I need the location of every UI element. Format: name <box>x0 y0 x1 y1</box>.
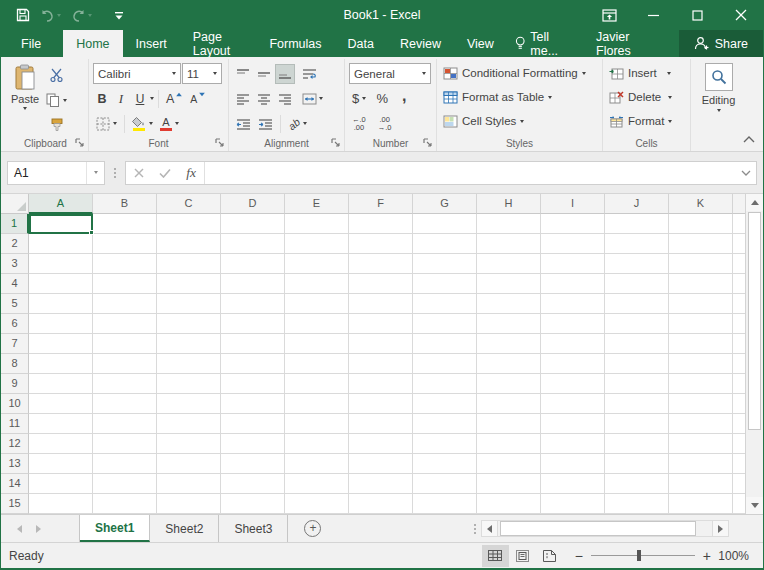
cell-H7[interactable] <box>477 334 541 354</box>
cell-G6[interactable] <box>413 314 477 334</box>
cell-I4[interactable] <box>541 274 605 294</box>
cell-I6[interactable] <box>541 314 605 334</box>
editing-button[interactable]: Editing <box>695 61 742 112</box>
fill-handle[interactable] <box>89 230 94 235</box>
cell-H14[interactable] <box>477 474 541 494</box>
name-box-dropdown[interactable] <box>86 162 104 184</box>
cell-styles-button[interactable]: Cell Styles <box>441 109 599 133</box>
format-as-table-button[interactable]: Format as Table <box>441 85 599 109</box>
cell-A7[interactable] <box>29 334 93 354</box>
paste-button[interactable]: Paste <box>7 61 43 135</box>
row-header-8[interactable]: 8 <box>1 354 29 374</box>
cell-C12[interactable] <box>157 434 221 454</box>
cell-C3[interactable] <box>157 254 221 274</box>
row-header-9[interactable]: 9 <box>1 374 29 394</box>
sheet-tab-sheet3[interactable]: Sheet3 <box>219 515 288 542</box>
tab-formulas[interactable]: Formulas <box>256 30 334 57</box>
cell-A8[interactable] <box>29 354 93 374</box>
cell-D10[interactable] <box>221 394 285 414</box>
insert-cells-button[interactable]: Insert <box>607 61 687 85</box>
cell-C6[interactable] <box>157 314 221 334</box>
row-header-14[interactable]: 14 <box>1 474 29 494</box>
cell-A3[interactable] <box>29 254 93 274</box>
cell-J7[interactable] <box>605 334 669 354</box>
font-color-button[interactable]: A <box>157 114 182 134</box>
cell-H15[interactable] <box>477 494 541 514</box>
cell-I12[interactable] <box>541 434 605 454</box>
row-header-15[interactable]: 15 <box>1 494 29 514</box>
cell-C5[interactable] <box>157 294 221 314</box>
decrease-indent-button[interactable] <box>233 114 254 134</box>
column-header-G[interactable]: G <box>413 194 477 214</box>
underline-button[interactable]: U <box>131 89 149 109</box>
cell-K15[interactable] <box>669 494 733 514</box>
sheet-tab-sheet2[interactable]: Sheet2 <box>150 515 219 542</box>
cell-F1[interactable] <box>349 214 413 234</box>
cell-A5[interactable] <box>29 294 93 314</box>
cell-I15[interactable] <box>541 494 605 514</box>
cut-button[interactable] <box>43 65 70 85</box>
vertical-scroll-thumb[interactable] <box>748 212 761 430</box>
cell-F14[interactable] <box>349 474 413 494</box>
cell-C14[interactable] <box>157 474 221 494</box>
cell-I11[interactable] <box>541 414 605 434</box>
row-header-12[interactable]: 12 <box>1 434 29 454</box>
scroll-down-button[interactable] <box>746 497 763 514</box>
cell-F13[interactable] <box>349 454 413 474</box>
row-header-3[interactable]: 3 <box>1 254 29 274</box>
cell-F12[interactable] <box>349 434 413 454</box>
top-align-button[interactable] <box>233 64 253 84</box>
cell-D14[interactable] <box>221 474 285 494</box>
undo-button[interactable] <box>37 7 64 24</box>
tab-view[interactable]: View <box>454 30 507 57</box>
cell-E7[interactable] <box>285 334 349 354</box>
cell-I3[interactable] <box>541 254 605 274</box>
customize-qat-button[interactable] <box>111 9 127 22</box>
select-all-button[interactable] <box>1 194 29 214</box>
font-dialog-launcher[interactable] <box>214 137 225 148</box>
format-painter-button[interactable] <box>43 115 70 135</box>
normal-view-button[interactable] <box>482 545 509 567</box>
cell-F11[interactable] <box>349 414 413 434</box>
cell-K1[interactable] <box>669 214 733 234</box>
cell-D7[interactable] <box>221 334 285 354</box>
cell-G14[interactable] <box>413 474 477 494</box>
cell-J8[interactable] <box>605 354 669 374</box>
cell-J14[interactable] <box>605 474 669 494</box>
cell-F6[interactable] <box>349 314 413 334</box>
cell-C15[interactable] <box>157 494 221 514</box>
cell-K13[interactable] <box>669 454 733 474</box>
font-size-select[interactable]: 11 <box>182 63 222 84</box>
cell-H4[interactable] <box>477 274 541 294</box>
accounting-format-button[interactable]: $ <box>349 89 369 109</box>
cell-E4[interactable] <box>285 274 349 294</box>
cell-F15[interactable] <box>349 494 413 514</box>
cell-A12[interactable] <box>29 434 93 454</box>
cell-G8[interactable] <box>413 354 477 374</box>
row-header-1[interactable]: 1 <box>1 214 29 234</box>
collapse-ribbon-button[interactable] <box>743 132 755 146</box>
zoom-out-button[interactable]: − <box>575 550 583 562</box>
formula-bar-drag-handle[interactable] <box>109 168 121 178</box>
cell-B9[interactable] <box>93 374 157 394</box>
cell-K5[interactable] <box>669 294 733 314</box>
tab-page-layout[interactable]: Page Layout <box>180 30 257 57</box>
fill-color-button[interactable] <box>129 114 156 134</box>
previous-sheet-button[interactable] <box>17 525 22 533</box>
cell-A4[interactable] <box>29 274 93 294</box>
scroll-right-button[interactable] <box>712 520 729 537</box>
name-box[interactable]: A1 <box>7 161 105 185</box>
cell-H13[interactable] <box>477 454 541 474</box>
cell-F9[interactable] <box>349 374 413 394</box>
number-format-select[interactable]: General <box>349 63 431 84</box>
cell-H6[interactable] <box>477 314 541 334</box>
cell-E8[interactable] <box>285 354 349 374</box>
cell-H3[interactable] <box>477 254 541 274</box>
center-button[interactable] <box>254 89 274 109</box>
cell-G10[interactable] <box>413 394 477 414</box>
cell-G9[interactable] <box>413 374 477 394</box>
cell-J3[interactable] <box>605 254 669 274</box>
cell-B2[interactable] <box>93 234 157 254</box>
row-header-5[interactable]: 5 <box>1 294 29 314</box>
cell-D12[interactable] <box>221 434 285 454</box>
